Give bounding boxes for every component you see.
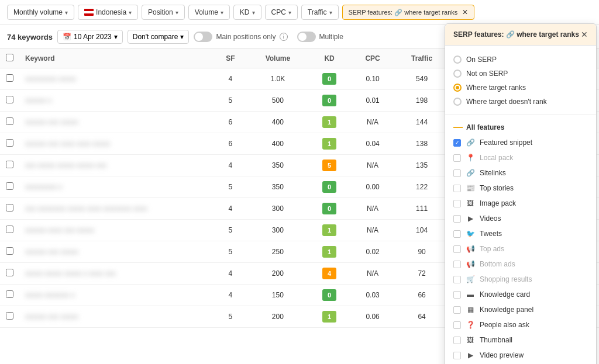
row-checkbox[interactable] — [6, 161, 13, 168]
monthly-volume-label: Monthly volume — [13, 8, 63, 16]
traffic-cell: 64 — [395, 306, 449, 328]
radio-item[interactable]: Not on SERP — [453, 67, 588, 81]
indonesia-filter[interactable]: Indonesia ▾ — [78, 5, 138, 20]
kd-badge: 0 — [322, 181, 336, 193]
feature-item[interactable]: ▬ Knowledge card — [445, 287, 596, 302]
kd-cell: 0 — [308, 198, 351, 220]
feature-checkbox[interactable] — [453, 169, 461, 177]
keyword-count: 74 keywords — [7, 33, 53, 41]
radio-group: On SERP Not on SERP Where target ranks W… — [445, 50, 596, 111]
cpc-header: CPC — [351, 49, 395, 68]
cpc-cell: N/A — [351, 198, 395, 220]
kd-badge: 0 — [322, 289, 336, 301]
feature-checkbox[interactable] — [453, 215, 461, 223]
volume-label: Volume — [195, 8, 218, 16]
row-checkbox[interactable] — [6, 269, 13, 276]
feature-checkbox[interactable] — [453, 185, 461, 192]
date-label: 10 Apr 2023 — [74, 33, 112, 41]
feature-icon: 📢 — [466, 244, 475, 254]
info-icon: i — [280, 33, 288, 41]
sf-cell: 4 — [214, 285, 248, 306]
calendar-icon: 📅 — [63, 33, 71, 41]
serp-dropdown-close-button[interactable]: ✕ — [581, 30, 588, 39]
chevron-down-icon: ▾ — [221, 9, 223, 16]
sf-cell: 5 — [214, 176, 248, 198]
volume-cell: 500 — [247, 90, 308, 112]
monthly-volume-filter[interactable]: Monthly volume ▾ — [7, 5, 74, 20]
feature-checkbox[interactable] — [453, 230, 461, 238]
kd-cell: 5 — [308, 155, 351, 176]
kd-badge: 1 — [322, 224, 336, 236]
row-checkbox[interactable] — [6, 290, 13, 298]
feature-item[interactable]: 🐦 Tweets — [445, 226, 596, 241]
row-checkbox[interactable] — [6, 204, 13, 212]
keyword-text: xxxxxx xxx xxxxx — [25, 118, 78, 126]
row-checkbox[interactable] — [6, 96, 13, 103]
serp-features-filter[interactable]: SERP features: 🔗 where target ranks ✕ — [342, 5, 475, 20]
feature-checkbox[interactable] — [453, 321, 461, 328]
select-all-checkbox[interactable] — [6, 54, 13, 61]
multiple-toggle[interactable] — [297, 32, 316, 42]
volume-cell: 150 — [247, 285, 308, 306]
radio-dot — [456, 86, 459, 89]
feature-checkbox — [453, 245, 461, 253]
row-checkbox-cell — [0, 90, 19, 112]
date-button[interactable]: 📅 10 Apr 2023 ▾ — [57, 30, 123, 44]
kd-badge: 1 — [322, 311, 336, 323]
main-positions-label: Main positions only — [216, 33, 276, 41]
row-checkbox-cell — [0, 263, 19, 285]
radio-item[interactable]: Where target doesn't rank — [453, 95, 588, 109]
row-checkbox[interactable] — [6, 247, 13, 255]
cpc-cell: N/A — [351, 155, 395, 176]
feature-item[interactable]: ▦ Knowledge panel — [445, 302, 596, 317]
feature-item[interactable]: 📰 Top stories — [445, 181, 596, 196]
chevron-down-icon: ▾ — [114, 33, 118, 41]
feature-label: People also ask — [480, 321, 529, 328]
sf-cell: 5 — [214, 90, 248, 112]
keyword-text: xxxxxx xxx xxxxx — [25, 313, 78, 321]
volume-filter[interactable]: Volume ▾ — [188, 5, 230, 20]
feature-icon: 🔗 — [466, 168, 475, 178]
volume-cell: 300 — [247, 220, 308, 241]
chevron-down-icon: ▾ — [288, 9, 291, 16]
kd-cell: 0 — [308, 176, 351, 198]
feature-checkbox[interactable] — [453, 200, 461, 207]
feature-item: 📢 Bottom ads — [445, 256, 596, 272]
position-filter[interactable]: Position ▾ — [142, 5, 185, 20]
cpc-filter[interactable]: CPC ▾ — [265, 5, 298, 20]
feature-item[interactable]: ▶ Videos — [445, 211, 596, 226]
serp-dropdown-body: On SERP Not on SERP Where target ranks W… — [445, 46, 596, 328]
radio-item[interactable]: On SERP — [453, 53, 588, 67]
row-checkbox[interactable] — [6, 182, 13, 190]
kd-filter[interactable]: KD ▾ — [233, 5, 261, 20]
compare-label: Don't compare — [133, 33, 178, 41]
row-checkbox[interactable] — [6, 74, 13, 82]
traffic-cell: 138 — [395, 133, 449, 155]
traffic-cell: 198 — [395, 90, 449, 112]
row-checkbox[interactable] — [6, 226, 13, 233]
main-positions-toggle[interactable] — [194, 32, 212, 42]
row-checkbox[interactable] — [6, 312, 13, 320]
feature-item[interactable]: 🖼 Image pack — [445, 196, 596, 211]
feature-item[interactable]: ✓ 🔗 Featured snippet — [445, 135, 596, 150]
feature-checkbox[interactable] — [453, 291, 461, 299]
radio-item[interactable]: Where target ranks — [453, 81, 588, 95]
feature-item[interactable]: ❓ People also ask — [445, 317, 596, 328]
close-icon[interactable]: ✕ — [462, 8, 468, 16]
volume-cell: 400 — [247, 133, 308, 155]
compare-button[interactable]: Don't compare ▾ — [128, 30, 190, 44]
row-checkbox[interactable] — [6, 117, 13, 125]
radio-label: Where target ranks — [466, 84, 526, 92]
traffic-filter[interactable]: Traffic ▾ — [301, 5, 339, 20]
check-icon: ✓ — [455, 140, 460, 145]
serp-features-label: SERP features: 🔗 where target ranks — [349, 9, 458, 16]
cpc-cell: 0.04 — [351, 133, 395, 155]
feature-checkbox[interactable] — [453, 306, 461, 314]
keyword-text: xxxxxxxxx x — [25, 183, 62, 191]
keyword-cell: xxxxxx xxx xxxxx — [19, 112, 214, 133]
feature-checkbox[interactable]: ✓ — [453, 139, 461, 147]
feature-item[interactable]: 🔗 Sitelinks — [445, 165, 596, 181]
feature-icon: 🖼 — [466, 199, 475, 208]
feature-label: Knowledge panel — [480, 306, 533, 314]
row-checkbox[interactable] — [6, 139, 13, 147]
